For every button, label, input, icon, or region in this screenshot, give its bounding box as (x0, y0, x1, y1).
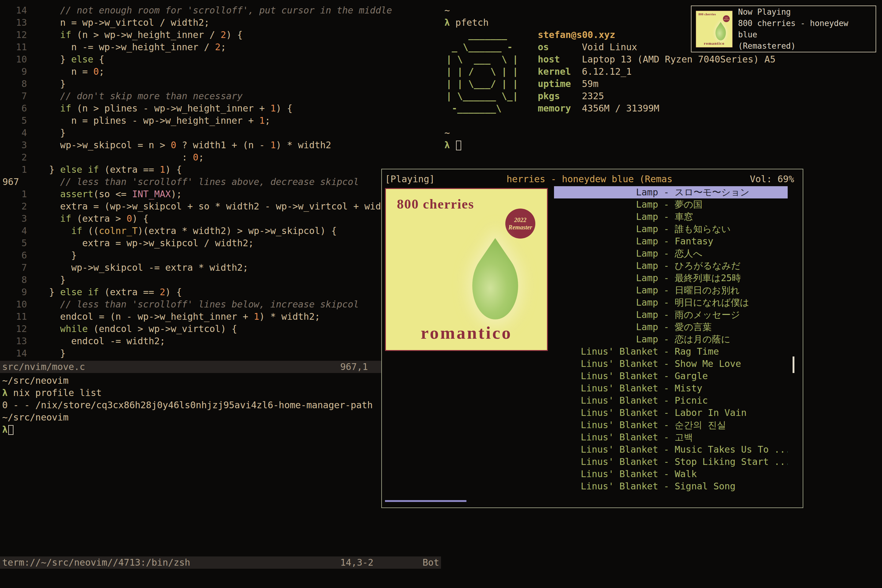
line-number: 9 (0, 286, 27, 298)
code-text: } (27, 347, 66, 360)
progress-bar[interactable] (385, 500, 466, 502)
playlist-item[interactable]: Linus' Blanket - Labor In Vain (554, 407, 788, 419)
playlist-item[interactable]: Lamp - ひろがるなみだ (554, 260, 788, 272)
playlist-item[interactable]: Lamp - 最終列車は25時 (554, 272, 788, 284)
code-line[interactable]: 3 if (extra > 0) { (0, 213, 441, 225)
code-line[interactable]: 8 } (0, 274, 441, 286)
line-number: 4 (0, 225, 27, 237)
code-text: endcol = (n - wp->w_height_inner + 1) * … (27, 310, 320, 323)
now-playing-notification[interactable]: 800 cherries 2022 Remaster romantico Now… (691, 6, 876, 52)
code-line[interactable]: 11 n -= wp->w_height_inner / 2; (0, 41, 441, 53)
code-text: if (n > plines - wp->w_height_inner + 1)… (27, 102, 292, 114)
playlist-artist: Lamp (554, 272, 658, 284)
playlist-separator: - (658, 321, 675, 333)
now-playing-title: herries - honeydew blue (Remas (507, 173, 672, 185)
playlist-separator: - (658, 407, 675, 419)
pfetch-info-row: pkgs 2325 (538, 90, 776, 102)
playlist-item[interactable]: Linus' Blanket - 고백 (554, 431, 788, 444)
code-line[interactable]: 13 n = wp->w_virtcol / width2; (0, 16, 441, 29)
line-number: 9 (0, 66, 27, 78)
code-line[interactable]: 6 if (n > plines - wp->w_height_inner + … (0, 102, 441, 114)
shell-lines-bottom: ~ λ (444, 114, 882, 151)
code-line[interactable]: 4 } (0, 127, 441, 139)
playback-state: [Playing] (385, 173, 435, 185)
pfetch-label: kernel (538, 66, 576, 78)
playlist-track-title: Rag Time (675, 345, 788, 358)
code-line[interactable]: 9 n = 0; (0, 66, 441, 78)
playlist-artist: Linus' Blanket (554, 431, 658, 444)
code-line[interactable]: 13 endcol -= width2; (0, 335, 441, 347)
code-line[interactable]: 6 } (0, 249, 441, 261)
code-line[interactable]: 9 } else if (extra == 2) { (0, 286, 441, 298)
playlist-item[interactable]: Linus' Blanket - Picnic (554, 394, 788, 407)
code-line[interactable]: 8 } (0, 78, 441, 90)
playlist-item[interactable]: Lamp - スロ〜モ〜ション (554, 186, 788, 198)
playlist-item[interactable]: Lamp - Fantasy (554, 235, 788, 248)
music-player-window[interactable]: [Playing] herries - honeydew blue (Remas… (381, 169, 803, 508)
playlist-item[interactable]: Lamp - 誰も知らない (554, 223, 788, 235)
line-number: 3 (0, 139, 27, 151)
code-line[interactable]: 4 if ((colnr_T)(extra * width2) > wp->w_… (0, 225, 441, 237)
terminal-line: ~ (444, 127, 882, 139)
code-line[interactable]: 967 // less than 'scrolloff' lines above… (0, 176, 441, 188)
playlist-item[interactable]: Linus' Blanket - Walk (554, 468, 788, 480)
line-number: 13 (0, 335, 27, 347)
code-line[interactable]: 10 } else { (0, 53, 441, 66)
playlist-separator: - (658, 297, 675, 309)
album-artist-text: 800 cherries (699, 13, 716, 16)
code-line[interactable]: 11 endcol = (n - wp->w_height_inner + 1)… (0, 310, 441, 323)
playlist-item[interactable]: Linus' Blanket - Misty (554, 382, 788, 394)
code-line[interactable]: 1 assert(so <= INT_MAX); (0, 188, 441, 200)
code-line[interactable]: 14 // not enough room for 'scrolloff', p… (0, 4, 441, 16)
code-line[interactable]: 5 extra = wp->w_skipcol / width2; (0, 237, 441, 249)
playlist-item[interactable]: Lamp - 恋人へ (554, 248, 788, 260)
pfetch-value: 6.12.12_1 (582, 66, 632, 77)
playlist-item[interactable]: Lamp - 車窓 (554, 211, 788, 223)
playlist-item[interactable]: Linus' Blanket - Stop Liking Start ... (554, 456, 788, 468)
code-line[interactable]: 2 extra = (wp->w_skipcol + so * width2 -… (0, 200, 441, 213)
code-text: } (27, 249, 77, 261)
line-number: 2 (0, 200, 27, 213)
editor-pane[interactable]: 14 // not enough room for 'scrolloff', p… (0, 0, 441, 361)
terminal-pane[interactable]: ~/src/neovim λ nix profile list 0 - - /n… (0, 373, 441, 556)
playlist-item[interactable]: Lamp - 恋は月の蔭に (554, 333, 788, 345)
playlist-item[interactable]: Linus' Blanket - Music Takes Us To ... (554, 444, 788, 456)
code-text: extra = wp->w_skipcol / width2; (27, 237, 254, 249)
code-line[interactable]: 10 // less than 'scrolloff' lines below,… (0, 298, 441, 310)
playlist-separator: - (658, 431, 675, 444)
notification-line2: (Remastered) (738, 40, 871, 52)
code-line[interactable]: 12 if (n > wp->w_height_inner / 2) { (0, 29, 441, 41)
playlist-item[interactable]: Lamp - 夢の国 (554, 198, 788, 211)
pfetch-info-row: kernel 6.12.12_1 (538, 66, 776, 78)
playlist-item[interactable]: Linus' Blanket - Show Me Love (554, 358, 788, 370)
code-text: // not enough room for 'scrolloff', put … (27, 4, 392, 16)
playlist-track-title: 순간의 진실 (675, 419, 788, 431)
code-line[interactable]: 1 } else if (extra == 1) { (0, 164, 441, 176)
code-line[interactable]: 14 } (0, 347, 441, 360)
playlist-track-title: 明日になれば僕は (675, 297, 788, 309)
statusline-buffer-name: term://~/src/neovim//4713:/bin/zsh (2, 556, 190, 569)
playlist-item[interactable]: Linus' Blanket - 순간의 진실 (554, 419, 788, 431)
playlist-item[interactable]: Linus' Blanket - Gargle (554, 370, 788, 382)
playlist-item[interactable]: Lamp - 愛の言葉 (554, 321, 788, 333)
code-line[interactable]: 7 wp->w_skipcol -= extra * width2; (0, 261, 441, 274)
terminal-line (444, 114, 882, 127)
playlist-scrollbar[interactable] (793, 357, 794, 373)
code-line[interactable]: 2 : 0; (0, 151, 441, 164)
playlist-item[interactable]: Lamp - 日曜日のお別れ (554, 284, 788, 297)
playlist-item[interactable]: Linus' Blanket - Rag Time (554, 345, 788, 358)
playlist-item[interactable]: Lamp - 雨のメッセージ (554, 309, 788, 321)
code-text: if (n > wp->w_height_inner / 2) { (27, 29, 243, 41)
code-text: } else if (extra == 1) { (27, 164, 182, 176)
statusline-filename: src/nvim/move.c (2, 361, 85, 373)
code-line[interactable]: 7 // don't skip more than necessary (0, 90, 441, 102)
terminal-line: ~/src/neovim (2, 375, 441, 387)
playlist-track-title: 日曜日のお別れ (675, 284, 788, 297)
playlist-item[interactable]: Linus' Blanket - Signal Song (554, 480, 788, 492)
code-line[interactable]: 3 wp->w_skipcol = n > 0 ? width1 + (n - … (0, 139, 441, 151)
code-line[interactable]: 12 while (endcol > wp->w_virtcol) { (0, 323, 441, 335)
playlist-separator: - (658, 456, 675, 468)
code-line[interactable]: 5 n = plines - wp->w_height_inner + 1; (0, 114, 441, 127)
playlist-item[interactable]: Lamp - 明日になれば僕は (554, 297, 788, 309)
playlist-separator: - (658, 358, 675, 370)
